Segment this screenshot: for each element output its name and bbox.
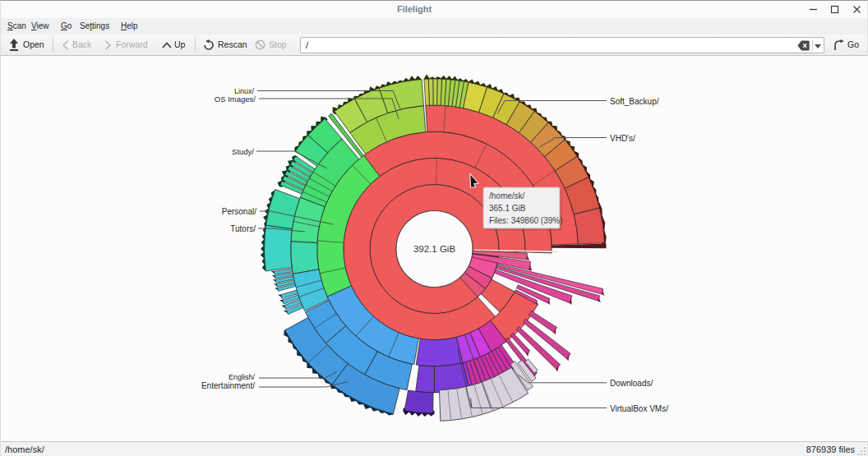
svg-text:VirtualBox VMs/: VirtualBox VMs/ [610,404,668,413]
svg-text:Study/: Study/ [232,147,254,156]
svg-text:English/: English/ [229,373,256,381]
svg-text:Entertainment/: Entertainment/ [201,381,255,390]
svg-text:Personal/: Personal/ [222,207,256,216]
svg-text:Downloads/: Downloads/ [610,379,653,388]
svg-text:Soft_Backup/: Soft_Backup/ [610,97,659,106]
svg-text:Tutors/: Tutors/ [230,224,256,233]
svg-text:OS Images/: OS Images/ [215,94,256,104]
svg-text:Files: 349860 (39%): Files: 349860 (39%) [489,216,563,225]
svg-text:VHD's/: VHD's/ [610,134,635,143]
svg-text:365.1 GiB: 365.1 GiB [489,204,526,213]
svg-text:392.1 GiB: 392.1 GiB [413,244,455,254]
svg-text:/home/sk/: /home/sk/ [489,191,525,200]
